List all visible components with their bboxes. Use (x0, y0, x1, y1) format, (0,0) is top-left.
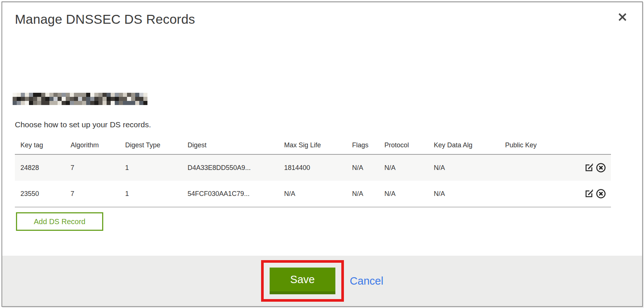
modal-footer: Save Cancel (2, 256, 642, 306)
col-header-key-tag: Key tag (15, 137, 65, 154)
col-header-flags: Flags (347, 137, 379, 154)
col-header-actions (566, 137, 611, 154)
table-row: 24828 7 1 D4A33E8DD550A9... 1814400 N/A … (15, 154, 611, 181)
page-title: Manage DNSSEC DS Records (15, 12, 195, 27)
col-header-algorithm: Algorithm (65, 137, 120, 154)
cell-digest-type: 1 (120, 181, 182, 207)
delete-icon[interactable] (595, 162, 606, 173)
cell-flags: N/A (347, 154, 379, 181)
redacted-domain-name (13, 93, 147, 105)
cell-flags: N/A (347, 181, 379, 207)
cell-max-sig-life: N/A (279, 181, 347, 207)
cell-digest-type: 1 (120, 154, 182, 181)
cell-key-data-alg: N/A (428, 181, 500, 207)
col-header-protocol: Protocol (379, 137, 428, 154)
cell-protocol: N/A (379, 154, 428, 181)
col-header-max-sig-life: Max Sig Life (279, 137, 347, 154)
cell-digest: D4A33E8DD550A9... (182, 154, 279, 181)
save-button[interactable]: Save (270, 268, 335, 294)
table-row: 23550 7 1 54FCF030AA1C79... N/A N/A N/A … (15, 181, 611, 207)
add-ds-record-button[interactable]: Add DS Record (16, 212, 103, 231)
cell-key-data-alg: N/A (428, 154, 500, 181)
instruction-text: Choose how to set up your DS records. (15, 120, 151, 129)
col-header-digest: Digest (182, 137, 279, 154)
delete-icon[interactable] (595, 188, 606, 199)
col-header-digest-type: Digest Type (120, 137, 182, 154)
cell-key-tag: 24828 (15, 154, 65, 181)
cell-algorithm: 7 (65, 181, 120, 207)
cell-key-tag: 23550 (15, 181, 65, 207)
cell-algorithm: 7 (65, 154, 120, 181)
cell-digest: 54FCF030AA1C79... (182, 181, 279, 207)
dnssec-modal: Manage DNSSEC DS Records Choose how to s… (1, 1, 643, 307)
edit-icon[interactable] (583, 188, 595, 199)
cell-public-key (500, 181, 566, 207)
cell-max-sig-life: 1814400 (279, 154, 347, 181)
col-header-key-data-alg: Key Data Alg (428, 137, 500, 154)
col-header-public-key: Public Key (500, 137, 566, 154)
ds-records-table: Key tag Algorithm Digest Type Digest Max… (15, 137, 611, 207)
cancel-link[interactable]: Cancel (350, 275, 383, 287)
cell-public-key (500, 154, 566, 181)
cell-protocol: N/A (379, 181, 428, 207)
table-header-row: Key tag Algorithm Digest Type Digest Max… (15, 137, 611, 154)
close-icon[interactable] (616, 10, 629, 24)
edit-icon[interactable] (583, 162, 595, 173)
annotation-highlight-box: Save (261, 260, 344, 302)
